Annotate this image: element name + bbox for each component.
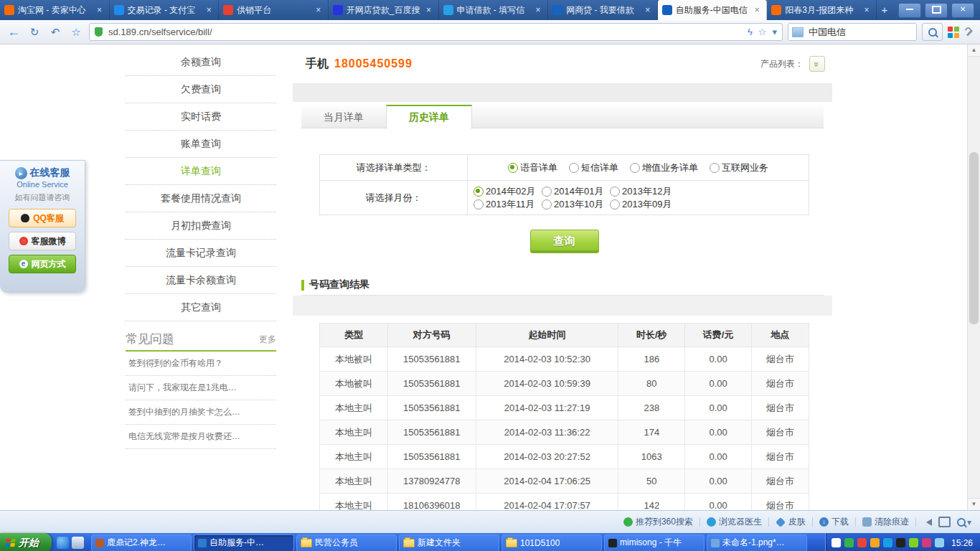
taskbar-button-game[interactable]: 鹿鼎记2.神龙… bbox=[91, 534, 192, 551]
browser-tab-telecom-selfservice[interactable]: 自助服务-中国电信 × bbox=[658, 0, 768, 20]
statusbar-skin[interactable]: 皮肤 bbox=[776, 516, 806, 528]
tab-close-icon[interactable]: × bbox=[643, 5, 653, 15]
tab-close-icon[interactable]: × bbox=[424, 5, 434, 15]
tab-history-detail[interactable]: 历史详单 bbox=[386, 105, 472, 129]
taskbar-button-telecom[interactable]: 自助服务-中… bbox=[194, 534, 294, 551]
tab-close-icon[interactable]: × bbox=[314, 5, 324, 15]
radio-month-2013-09[interactable]: 2013年09月 bbox=[610, 198, 678, 211]
faq-item[interactable]: 电信无线宽带是按月收费还… bbox=[126, 425, 276, 449]
bookmark-dropdown-icon[interactable]: ▾ bbox=[772, 27, 777, 37]
tray-icon-5[interactable] bbox=[883, 538, 892, 547]
faq-more-link[interactable]: 更多 bbox=[259, 329, 276, 350]
browser-tab-alipay-records[interactable]: 交易记录 - 支付宝 × bbox=[110, 0, 220, 20]
speed-mode-lightning-icon[interactable]: ϟ bbox=[748, 27, 753, 37]
new-tab-button[interactable]: + bbox=[877, 0, 892, 20]
bookmark-star-icon[interactable]: ☆ bbox=[758, 27, 767, 37]
search-input[interactable] bbox=[807, 26, 913, 38]
clock[interactable]: 15:26 bbox=[951, 538, 973, 548]
sidebar-item-arrears[interactable]: 欠费查询 bbox=[126, 76, 276, 103]
browser-tab-taobao-seller[interactable]: 淘宝网 - 卖家中心 × bbox=[0, 0, 110, 20]
tray-icon-9[interactable] bbox=[935, 538, 944, 547]
quick-launch-ie-icon[interactable] bbox=[57, 537, 69, 549]
sidebar-item-realtime-fee[interactable]: 实时话费 bbox=[126, 103, 276, 131]
sidebar-item-month-deduction[interactable]: 月初扣费查询 bbox=[126, 212, 276, 240]
tab-close-icon[interactable]: × bbox=[204, 5, 214, 15]
sidebar-item-package-usage[interactable]: 套餐使用情况查询 bbox=[126, 185, 276, 212]
faq-item[interactable]: 请问下，我家现在是1兆电… bbox=[126, 376, 276, 400]
page-scrollbar[interactable]: ▲ ▼ bbox=[967, 44, 980, 510]
faq-item[interactable]: 签到中抽到的月抽奖卡怎么… bbox=[126, 400, 276, 425]
volume-speaker-icon[interactable] bbox=[923, 519, 932, 526]
radio-month-2014-01[interactable]: 2014年01月 bbox=[542, 185, 610, 198]
weibo-service-button[interactable]: 客服微博 bbox=[9, 232, 76, 250]
tools-wrench-icon[interactable] bbox=[964, 27, 974, 37]
tab-current-month-detail[interactable]: 当月详单 bbox=[301, 106, 386, 128]
query-button[interactable]: 查询 bbox=[530, 230, 599, 253]
browser-tab-loan-apply[interactable]: 申请借款 - 填写信 × bbox=[439, 0, 549, 20]
quick-launch-desktop-icon[interactable] bbox=[72, 537, 84, 549]
call-record-row[interactable]: 本地主叫 18106396018 2014-02-04 17:07:57 142… bbox=[320, 494, 809, 511]
tray-icon-qq[interactable] bbox=[896, 538, 905, 547]
undo-button[interactable]: ↶ bbox=[47, 26, 63, 39]
address-bar[interactable]: ϟ ☆ ▾ bbox=[89, 23, 783, 41]
statusbar-download[interactable]: ↓ 下载 bbox=[819, 516, 849, 528]
tray-icon-8[interactable] bbox=[922, 538, 931, 547]
call-record-row[interactable]: 本地被叫 15053561881 2014-02-03 10:52:30 186… bbox=[320, 347, 809, 372]
search-engine-icon[interactable] bbox=[792, 27, 804, 37]
call-record-row[interactable]: 本地被叫 15053561881 2014-02-03 10:59:39 80 … bbox=[320, 372, 809, 396]
tab-close-icon[interactable]: × bbox=[862, 5, 872, 15]
product-list-toggle[interactable]: » bbox=[809, 56, 825, 72]
call-record-row[interactable]: 本地主叫 13780924778 2014-02-04 17:06:25 50 … bbox=[320, 469, 809, 494]
taskbar-button-folder-1[interactable]: 民营公务员 bbox=[296, 534, 397, 551]
radio-internet-detail[interactable]: 互联网业务 bbox=[710, 161, 768, 174]
browser-tab-yangchun[interactable]: 阳春3月-报团来种 × bbox=[767, 0, 877, 20]
radio-month-2014-02[interactable]: 2014年02月 bbox=[473, 185, 542, 198]
close-button[interactable]: × bbox=[951, 3, 974, 18]
page-zoom-control[interactable]: ▾ bbox=[957, 517, 971, 527]
call-record-row[interactable]: 本地主叫 15053561881 2014-02-03 20:27:52 106… bbox=[320, 445, 809, 469]
minimize-button[interactable] bbox=[898, 3, 921, 18]
sidebar-item-balance[interactable]: 余额查询 bbox=[126, 49, 276, 76]
radio-month-2013-10[interactable]: 2013年10月 bbox=[542, 198, 610, 211]
apps-grid-icon[interactable] bbox=[948, 27, 959, 38]
search-box[interactable] bbox=[788, 23, 917, 41]
scroll-down-icon[interactable]: ▼ bbox=[968, 498, 980, 510]
web-service-button[interactable]: e 网页方式 bbox=[9, 255, 76, 273]
tray-icon-input-method[interactable] bbox=[831, 538, 841, 547]
tray-icon-7[interactable] bbox=[909, 538, 918, 547]
taskbar-button-image-editor[interactable]: 未命名-1.png*… bbox=[707, 534, 807, 551]
taskbar-button-folder-3[interactable]: 101D5100 bbox=[501, 534, 602, 551]
tab-close-icon[interactable]: × bbox=[95, 5, 105, 15]
sidebar-item-bill[interactable]: 账单查询 bbox=[126, 131, 276, 158]
sidebar-item-other[interactable]: 其它查询 bbox=[126, 294, 276, 321]
maximize-button[interactable] bbox=[925, 3, 948, 18]
sidebar-item-data-card-record[interactable]: 流量卡记录查询 bbox=[126, 240, 276, 267]
url-input[interactable] bbox=[107, 26, 743, 38]
refresh-button[interactable]: ↻ bbox=[27, 26, 42, 39]
statusbar-360-search[interactable]: 推荐到360搜索 bbox=[623, 516, 693, 528]
side-panel-icon[interactable] bbox=[938, 517, 951, 527]
taskbar-button-qianniu[interactable]: mimisong - 千牛 bbox=[604, 534, 705, 551]
radio-vas-detail[interactable]: 增值业务详单 bbox=[630, 161, 698, 174]
tray-icon-4[interactable] bbox=[870, 538, 880, 547]
back-button[interactable]: ← bbox=[6, 24, 22, 39]
browser-tab-gongxiao[interactable]: 供销平台 × bbox=[219, 0, 329, 20]
sidebar-item-detail-bill[interactable]: 详单查询 bbox=[126, 158, 276, 185]
start-button[interactable]: 开始 bbox=[0, 533, 52, 551]
tab-close-icon[interactable]: × bbox=[533, 5, 543, 15]
qq-service-button[interactable]: QQ客服 bbox=[9, 209, 76, 227]
call-record-row[interactable]: 本地主叫 15053561881 2014-02-03 11:27:19 238… bbox=[320, 396, 809, 420]
favorites-star-button[interactable]: ☆ bbox=[68, 26, 84, 39]
call-record-row[interactable]: 本地主叫 15053561881 2014-02-03 11:36:22 174… bbox=[320, 420, 809, 445]
search-button[interactable] bbox=[922, 23, 943, 41]
browser-tab-baidu-search[interactable]: 开网店贷款_百度搜 × bbox=[329, 0, 439, 20]
sidebar-item-data-card-balance[interactable]: 流量卡余额查询 bbox=[126, 267, 276, 294]
radio-voice-detail[interactable]: 语音详单 bbox=[508, 161, 557, 174]
scrollbar-thumb[interactable] bbox=[969, 152, 979, 324]
browser-tab-wangshangdai[interactable]: 网商贷 - 我要借款 × bbox=[548, 0, 658, 20]
radio-month-2013-12[interactable]: 2013年12月 bbox=[610, 185, 678, 198]
tray-icon-2[interactable] bbox=[844, 538, 854, 547]
radio-month-2013-11[interactable]: 2013年11月 bbox=[473, 198, 542, 211]
statusbar-browser-doctor[interactable]: 浏览器医生 bbox=[707, 516, 762, 528]
statusbar-clear-traces[interactable]: 清除痕迹 bbox=[862, 516, 909, 528]
